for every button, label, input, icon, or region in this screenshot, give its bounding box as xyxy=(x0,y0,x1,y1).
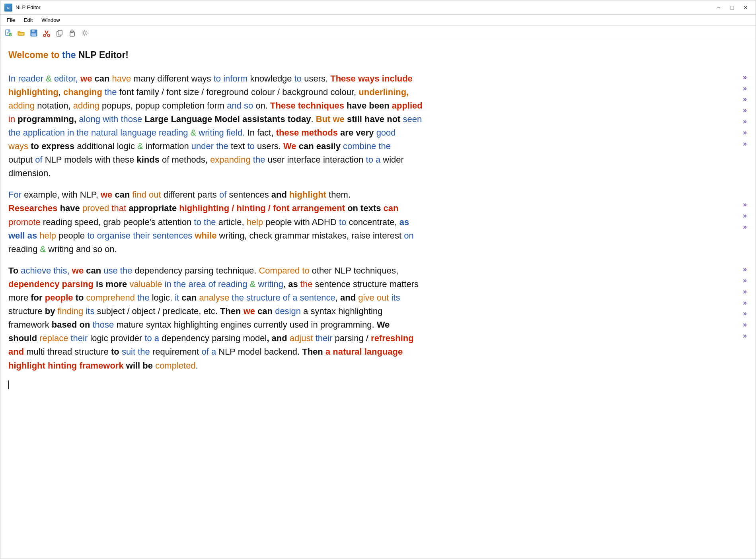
menu-file[interactable]: File xyxy=(3,16,19,24)
close-button[interactable]: ✕ xyxy=(740,3,752,12)
window-title: NLP Editor xyxy=(16,4,41,10)
open-file-button[interactable] xyxy=(16,28,27,38)
para-1-arrow-6: » xyxy=(743,127,747,138)
svg-point-14 xyxy=(84,32,86,34)
paragraph-3: To achieve this, we can use the dependen… xyxy=(8,264,748,373)
para-2-text: For example, with NLP, we can find out d… xyxy=(8,188,748,256)
maximize-button[interactable]: □ xyxy=(726,3,738,12)
para-1-arrow: » xyxy=(743,72,747,83)
para-2-arrow-3: » xyxy=(743,221,747,233)
para-2-arrow-1: » xyxy=(743,199,747,210)
text-cursor xyxy=(8,380,9,389)
para-1-text: In reader & editor, we can have many dif… xyxy=(8,72,748,181)
para-3-arrow-0: » xyxy=(743,264,747,275)
para-1-arrow-2: » xyxy=(743,83,747,94)
para-1-arrow-5: » xyxy=(743,116,747,127)
svg-point-8 xyxy=(47,34,50,37)
cut-button[interactable] xyxy=(41,28,52,38)
paragraph-1: In reader & editor, we can have many dif… xyxy=(8,72,748,181)
svg-rect-6 xyxy=(31,33,36,36)
para-3-arrow-6: » xyxy=(743,330,747,342)
svg-rect-13 xyxy=(71,30,73,31)
minimize-button[interactable]: − xyxy=(713,3,725,12)
welcome-text-orange: Welcome to xyxy=(8,50,62,60)
settings-button[interactable] xyxy=(79,28,90,38)
paragraph-2: For example, with NLP, we can find out d… xyxy=(8,188,748,256)
window-controls: − □ ✕ xyxy=(713,3,752,12)
menu-window[interactable]: Window xyxy=(37,16,64,24)
para-3-arrow-4: » xyxy=(743,308,747,319)
content-area[interactable]: Welcome to the NLP Editor! In reader & e… xyxy=(0,40,756,559)
welcome-text-blue: the xyxy=(62,50,78,60)
menu-bar: File Edit Window xyxy=(0,15,756,26)
paste-button[interactable] xyxy=(66,28,78,38)
title-bar-left: N NLP Editor xyxy=(4,4,41,12)
main-window: N NLP Editor − □ ✕ File Edit Window xyxy=(0,0,756,559)
para-3-text: To achieve this, we can use the dependen… xyxy=(8,264,748,373)
para-1-arrow-3: » xyxy=(743,94,747,105)
new-file-button[interactable] xyxy=(3,28,14,38)
svg-text:N: N xyxy=(7,6,10,10)
para-2-arrow-2: » xyxy=(743,210,747,221)
para-3-arrow-1: » xyxy=(743,275,747,286)
para-3-arrow-3: » xyxy=(743,297,747,309)
para-3-arrow-2: » xyxy=(743,286,747,297)
para-3-arrow-5: » xyxy=(743,319,747,330)
menu-edit[interactable]: Edit xyxy=(20,16,37,24)
svg-rect-5 xyxy=(32,30,35,32)
welcome-text-black: NLP Editor! xyxy=(78,50,129,60)
para-1-arrow-7: » xyxy=(743,138,747,149)
text-cursor-line xyxy=(8,380,748,389)
save-button[interactable] xyxy=(28,28,39,38)
copy-button[interactable] xyxy=(54,28,65,38)
toolbar xyxy=(0,26,756,40)
title-bar: N NLP Editor − □ ✕ xyxy=(0,0,756,15)
svg-rect-10 xyxy=(58,30,62,35)
app-icon: N xyxy=(4,4,12,12)
welcome-line: Welcome to the NLP Editor! xyxy=(8,48,748,62)
para-1-arrow-4: » xyxy=(743,105,747,116)
svg-point-7 xyxy=(43,34,46,37)
